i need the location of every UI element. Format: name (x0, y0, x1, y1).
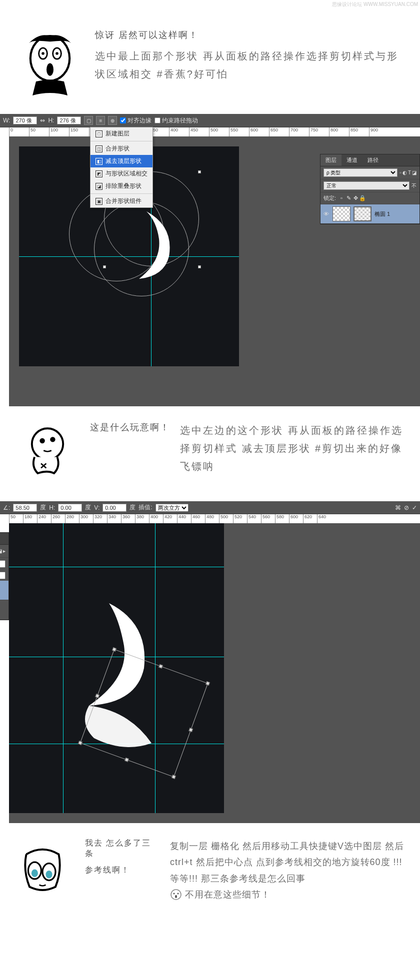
svg-point-2 (42, 52, 44, 55)
options-bar: W: ⇔ H: ▢ ≡ ⊕ 对齐边缘 约束路径拖动 (0, 114, 420, 127)
align-edges-checkbox[interactable]: 对齐边缘 (120, 116, 152, 125)
svg-point-16 (175, 895, 177, 898)
watermark: 思缘设计论坛 WWW.MISSYUAN.COM (0, 0, 420, 9)
dd-new-layer[interactable]: □新建图层 (90, 127, 152, 140)
svg-point-5 (46, 63, 54, 76)
intro-1: 惊讶 居然可以这样啊！ 选中最上面那个形状 再从面板的路径操作选择剪切样式与形状… (0, 9, 420, 114)
ruler-horizontal-2: 5018024026028030032034036038040042044046… (0, 514, 420, 523)
layer-ellipse-1[interactable]: 👁 椭圆 1 (320, 204, 420, 224)
dd-merge[interactable]: ▣合并形状组件 (90, 195, 152, 207)
exclaim-text-2: 这是什么玩意啊！ (90, 421, 170, 433)
ruler-vertical (0, 136, 9, 406)
description-3c: 不用在意这些细节！ (170, 887, 410, 903)
dd-exclude[interactable]: ◪排除重叠形状 (90, 180, 152, 192)
skew-h-input[interactable] (58, 504, 82, 512)
cancel-icon[interactable]: ⊘ (404, 504, 409, 511)
tab-paths[interactable]: 路径 (362, 154, 384, 166)
description-3b: 等等!!! 那三条参考线是怎么回事 (170, 871, 410, 887)
guide-h[interactable] (9, 567, 224, 567)
commit-icon[interactable]: ✓ (412, 504, 417, 511)
svg-point-4 (56, 52, 58, 55)
meme-face-thinking (15, 421, 80, 486)
intro-3: 我去 怎么多了三条 参考线啊！ 复制一层 栅格化 然后用移动工具快捷键V选中图层… (0, 823, 420, 918)
path-operations-dropdown: □新建图层 ◫合并形状 ◧减去顶层形状 ◩与形状区域相交 ◪排除重叠形状 ▣合并… (90, 127, 153, 208)
width-input[interactable] (13, 116, 37, 124)
svg-point-10 (32, 869, 38, 877)
layer-copy-8[interactable]: 👁 椭圆 1 拷贝 8 (0, 600, 8, 620)
handle[interactable] (103, 265, 106, 268)
height-input[interactable] (57, 116, 81, 124)
interpolation-select[interactable]: 两次立方 (156, 504, 188, 512)
meme-face-shocked (15, 29, 85, 99)
skew-v-label: V: (94, 504, 100, 511)
exclaim-text-1: 惊讶 居然可以这样啊！ (95, 29, 405, 41)
layer-copy-2[interactable]: 👁 椭圆 1 拷贝 2 (0, 581, 8, 600)
interp-label: 插值: (138, 503, 152, 512)
exclaim-text-3b: 参考线啊！ (85, 865, 160, 876)
layer-thumb (332, 206, 350, 221)
height-label: H: (48, 117, 54, 124)
photoshop-screenshot-2: ∠: 度 H: 度 V: 度 插值: 两次立方 ⌘ ⊘ ✓ 5018024026… (0, 501, 420, 823)
dd-combine[interactable]: ◫合并形状 (90, 142, 152, 155)
lock-label: 锁定: (324, 194, 336, 202)
angle-label: ∠: (3, 504, 10, 511)
small-face-icon (170, 889, 182, 901)
description-3a: 复制一层 栅格化 然后用移动工具快捷键V选中图层 然后ctrl+t 然后把中心点… (170, 838, 410, 871)
path-op-icon[interactable]: ▢ (84, 116, 93, 125)
align-icon[interactable]: ≡ (96, 116, 105, 125)
intro-2: 这是什么玩意啊！ 选中左边的这个形状 再从面板的路径操作选择剪切样式 减去顶层形… (0, 406, 420, 501)
dd-intersect[interactable]: ◩与形状区域相交 (90, 167, 152, 180)
meme-face-crying (10, 838, 75, 903)
crescent-shape (134, 206, 189, 286)
blend-mode[interactable]: 正常 (324, 181, 410, 190)
warp-icon[interactable]: ⌘ (395, 504, 401, 511)
description-1: 选中最上面那个形状 再从面板的路径操作选择剪切样式与形状区域相交 #香蕉?好可怕 (95, 47, 405, 83)
layer-name: 椭圆 1 (374, 210, 390, 218)
photoshop-screenshot-1: W: ⇔ H: ▢ ≡ ⊕ 对齐边缘 约束路径拖动 □新建图层 ◫合并形状 ◧减… (0, 114, 420, 406)
svg-point-14 (174, 893, 175, 895)
layers-panel-1: 图层 通道 路径 ρ 类型▫◐T◪ 正常不 锁定:▫✎✥🔒 👁 椭圆 1 (320, 154, 420, 224)
handle[interactable] (198, 170, 201, 173)
layer-mask-thumb (354, 206, 372, 221)
skew-h-label: H: (49, 504, 55, 511)
layers-panel-2: 图层 通道 路径 ρ 类型▫◐T◪▸ 正常不透明度: 锁定:▫✎✥🔒填充: 👁 … (0, 532, 9, 620)
svg-point-7 (40, 438, 44, 443)
angle-input[interactable] (13, 504, 37, 512)
svg-point-12 (46, 871, 52, 879)
visibility-icon[interactable]: 👁 (322, 210, 330, 217)
skew-v-input[interactable] (102, 504, 126, 512)
opacity-input[interactable] (0, 560, 6, 568)
transform-bar: ∠: 度 H: 度 V: 度 插值: 两次立方 ⌘ ⊘ ✓ (0, 501, 420, 514)
svg-point-6 (32, 428, 63, 459)
svg-point-8 (50, 437, 55, 442)
ruler-horizontal: 0501001502002503003504004505005506006507… (0, 127, 420, 136)
handle[interactable] (198, 265, 201, 268)
tab-channels[interactable]: 通道 (342, 154, 362, 166)
svg-point-15 (178, 893, 179, 895)
arrange-icon[interactable]: ⊕ (108, 116, 117, 125)
constrain-path-checkbox[interactable]: 约束路径拖动 (154, 116, 198, 125)
tab-layers[interactable]: 图层 (320, 154, 342, 166)
layer-filter[interactable]: ρ 类型 (324, 168, 398, 177)
exclaim-text-3a: 我去 怎么多了三条 (85, 838, 160, 859)
width-label: W: (3, 117, 10, 124)
dd-subtract[interactable]: ◧减去顶层形状 (90, 155, 152, 167)
description-2: 选中左边的这个形状 再从面板的路径操作选择剪切样式 减去顶层形状 #剪切出来的好… (180, 421, 405, 475)
artboard-2 (9, 523, 224, 813)
fill-input[interactable] (0, 572, 6, 579)
